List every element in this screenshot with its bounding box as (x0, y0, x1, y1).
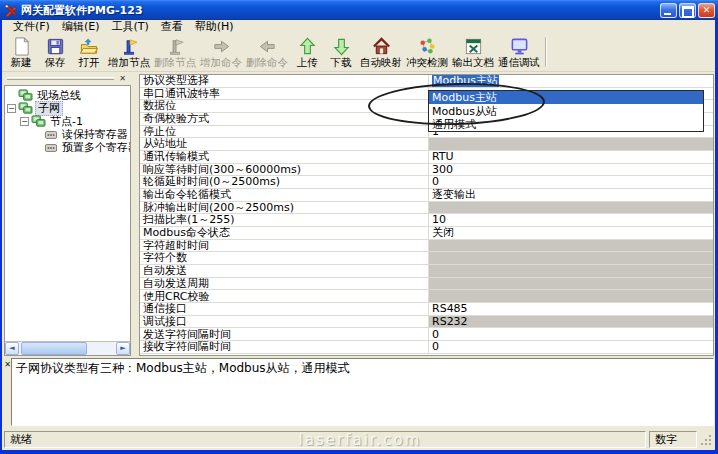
toolbar-button-label: 通信调试 (498, 56, 540, 68)
application-window: 网关配置软件PMG-123 文件(F)编辑(E)工具(T)查看帮助(H) 新建保… (0, 0, 718, 454)
property-value[interactable]: 10 (429, 214, 713, 226)
toolbar-button-9[interactable]: 自动映射 (358, 35, 404, 68)
property-value[interactable]: 0 (429, 341, 713, 353)
property-value[interactable] (429, 290, 713, 302)
property-value[interactable]: 关闭 (429, 227, 713, 239)
property-label: 调试接口 (140, 316, 429, 328)
toolbar-button-5: 增加命令 (198, 35, 244, 68)
register-icon (44, 142, 58, 154)
tree: 现场总线−子网−节点-1读保持寄存器预置多个寄存器 (5, 86, 130, 341)
delete-node-icon (166, 36, 185, 56)
toolbar-button-label: 自动映射 (360, 56, 402, 68)
pane-splitter[interactable] (131, 72, 139, 357)
toolbar-button-label: 删除节点 (154, 56, 196, 68)
scrollbar-track[interactable] (19, 342, 116, 355)
property-row-11: 扫描比率(1～255)10 (140, 214, 713, 227)
help-panel: ✕ 子网协议类型有三种：Modbus主站，Modbus从站，通用模式 (2, 357, 715, 427)
toolbar-button-4: 删除节点 (152, 35, 198, 68)
scroll-right-icon[interactable]: ► (116, 342, 130, 355)
toolbar-button-7[interactable]: 上传 (290, 35, 324, 68)
toolbar-button-label: 上传 (297, 56, 318, 68)
maximize-button[interactable] (679, 3, 696, 18)
register-icon (44, 129, 58, 141)
toolbar-button-label: 删除命令 (246, 56, 288, 68)
property-value[interactable] (429, 202, 713, 214)
new-file-icon (12, 36, 31, 56)
toolbar-button-2[interactable]: 打开 (72, 35, 106, 68)
tree-item-1[interactable]: −子网 (5, 102, 130, 115)
resize-grip-icon[interactable] (699, 432, 713, 446)
tree-item-3[interactable]: 读保持寄存器 (5, 128, 130, 141)
menu-bar: 文件(F)编辑(E)工具(T)查看帮助(H) (2, 20, 715, 34)
toolbar-button-11[interactable]: 输出文档 (450, 35, 496, 68)
menu-item-4[interactable]: 帮助(H) (189, 20, 240, 34)
property-row-12: Modbus命令状态关闭 (140, 227, 713, 240)
tree-item-label: 子网 (35, 101, 63, 116)
property-value[interactable] (429, 138, 713, 150)
toolbar-separator (545, 37, 547, 67)
tree-item-label: 预置多个寄存器 (60, 141, 130, 154)
menu-item-3[interactable]: 查看 (155, 20, 189, 34)
property-value[interactable]: 逐变输出 (429, 189, 713, 201)
tree-expand-icon[interactable]: − (20, 117, 29, 126)
toolbar-button-0[interactable]: 新建 (4, 35, 38, 68)
property-row-16: 自动发送周期 (140, 278, 713, 291)
network-node-icon (18, 89, 33, 102)
scroll-left-icon[interactable]: ◄ (5, 342, 19, 355)
property-label: 停止位 (140, 126, 429, 138)
property-value[interactable]: 300 (429, 164, 713, 176)
tree-pane-header[interactable]: ✕ (5, 74, 130, 84)
pane-grip-icon[interactable] (7, 77, 114, 80)
property-label: 扫描比率(1～255) (140, 214, 429, 226)
property-value[interactable] (429, 252, 713, 264)
toolbar-button-label: 冲突检测 (406, 56, 448, 68)
status-ready-text: 就绪 (10, 432, 32, 447)
property-label: 使用CRC校验 (140, 290, 429, 302)
tree-pane-close-icon[interactable]: ✕ (117, 73, 128, 84)
property-row-9: 输出命令轮循模式逐变输出 (140, 189, 713, 202)
property-label: 通讯传输模式 (140, 151, 429, 163)
save-icon (46, 36, 65, 56)
property-row-7: 响应等待时间(300～60000ms)300 (140, 164, 713, 177)
help-panel-close-icon[interactable]: ✕ (3, 360, 12, 369)
upload-icon (298, 36, 317, 56)
property-value[interactable] (429, 240, 713, 252)
property-row-18: 通信接口RS485 (140, 303, 713, 316)
property-value[interactable] (429, 278, 713, 290)
toolbar-button-12[interactable]: 通信调试 (496, 35, 542, 68)
toolbar-button-label: 下载 (331, 56, 352, 68)
property-value[interactable]: 0 (429, 328, 713, 340)
property-label: 自动发送 (140, 265, 429, 277)
property-value[interactable]: 0 (429, 176, 713, 188)
property-row-20: 发送字符间隔时间0 (140, 328, 713, 341)
network-node-icon (18, 102, 33, 115)
minimize-button[interactable] (660, 3, 677, 18)
toolbar-button-10[interactable]: 冲突检测 (404, 35, 450, 68)
status-num-indicator: 数字 (649, 431, 697, 448)
tree-expand-icon[interactable]: − (7, 104, 16, 113)
toolbar-button-8[interactable]: 下载 (324, 35, 358, 68)
menu-item-0[interactable]: 文件(F) (7, 20, 56, 34)
add-command-icon (212, 36, 231, 56)
add-node-icon (120, 36, 139, 56)
menu-item-1[interactable]: 编辑(E) (56, 20, 106, 34)
tree-item-4[interactable]: 预置多个寄存器 (5, 141, 130, 154)
tree-horizontal-scrollbar[interactable]: ◄ ► (5, 341, 130, 355)
toolbar-button-1[interactable]: 保存 (38, 35, 72, 68)
toolbar-buttons: 新建保存打开增加节点删除节点增加命令删除命令上传下载自动映射冲突检测输出文档通信… (4, 35, 542, 68)
app-icon (4, 3, 18, 17)
property-label: Modbus命令状态 (140, 227, 429, 239)
menu-item-2[interactable]: 工具(T) (105, 20, 154, 34)
close-button[interactable] (698, 3, 715, 18)
property-value[interactable] (429, 265, 713, 277)
tree-item-0[interactable]: 现场总线 (5, 89, 130, 102)
toolbar-button-label: 输出文档 (452, 56, 494, 68)
help-panel-strip: ✕ (2, 358, 11, 426)
tree-item-2[interactable]: −节点-1 (5, 115, 130, 128)
scrollbar-thumb[interactable] (21, 342, 87, 355)
property-value[interactable]: RS232 (429, 316, 713, 328)
property-value[interactable]: RS485 (429, 303, 713, 315)
property-value[interactable]: RTU (429, 151, 713, 163)
toolbar-button-3[interactable]: 增加节点 (106, 35, 152, 68)
property-label: 接收字符间隔时间 (140, 341, 429, 353)
